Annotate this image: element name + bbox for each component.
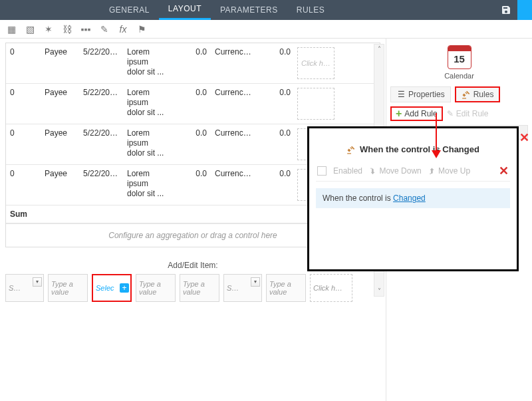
tab-rules[interactable]: RULES bbox=[287, 0, 334, 20]
tab-rules-panel[interactable]: Rules bbox=[455, 86, 501, 102]
fx-icon[interactable]: fx bbox=[117, 23, 129, 35]
plus-icon[interactable]: + bbox=[120, 283, 129, 293]
properties-icon: ☰ bbox=[396, 90, 406, 99]
tab-parameters[interactable]: PARAMETERS bbox=[211, 0, 287, 20]
calendar-label: Calendar bbox=[390, 72, 528, 80]
rule-editor-popover: When the control is Changed Enabled ⮯ Mo… bbox=[307, 126, 519, 271]
rule-event-link[interactable]: Changed bbox=[393, 194, 426, 203]
gavel-icon bbox=[462, 90, 471, 99]
save-button[interactable] bbox=[495, 0, 517, 20]
cell-date: 5/22/20… bbox=[79, 43, 123, 83]
add-rule-button[interactable]: + Add Rule bbox=[390, 106, 443, 121]
move-up-button: ⮭ Move Up bbox=[428, 166, 470, 176]
table-row[interactable]: 0 Payee 5/22/20… Lorem ipsum dolor sit .… bbox=[6, 84, 380, 124]
rule-condition-line[interactable]: When the control is Changed bbox=[316, 188, 510, 208]
calendar-control-preview: 15 Calendar bbox=[390, 45, 528, 80]
ae-select-1[interactable]: S… ▾ bbox=[5, 274, 44, 302]
ae-input-3[interactable]: Type a value bbox=[180, 274, 219, 302]
move-down-button: ⮯ Move Down bbox=[369, 166, 422, 176]
top-tabs-bar: GENERAL LAYOUT PARAMETERS RULES bbox=[0, 0, 532, 20]
tab-layout[interactable]: LAYOUT bbox=[159, 0, 211, 20]
flag-icon[interactable]: ⚑ bbox=[136, 23, 148, 35]
tab-properties[interactable]: ☰ Properties bbox=[390, 86, 451, 102]
enabled-checkbox[interactable] bbox=[317, 166, 327, 176]
link-icon[interactable]: ⛓ bbox=[61, 23, 73, 35]
close-icon[interactable]: ✕ bbox=[519, 130, 529, 145]
cell-amount: 0.0 bbox=[172, 43, 211, 83]
toolbox-icon[interactable]: ▦ bbox=[5, 23, 17, 35]
cell-currency: Currenc… bbox=[211, 43, 256, 83]
delete-rule-icon[interactable]: ✕ bbox=[499, 164, 509, 178]
ae-input-2[interactable]: Type a value bbox=[136, 274, 176, 302]
chevron-down-icon[interactable]: ▾ bbox=[33, 277, 42, 287]
cell-placeholder[interactable]: Click h… bbox=[295, 43, 337, 83]
plus-icon: + bbox=[396, 109, 402, 118]
cell-index: 0 bbox=[6, 43, 41, 83]
tab-general[interactable]: GENERAL bbox=[100, 0, 159, 20]
rule-toolbar: Enabled ⮯ Move Down ⮭ Move Up ✕ bbox=[316, 164, 510, 182]
ae-select-highlighted[interactable]: Selec + bbox=[92, 274, 132, 302]
edit-rule-button-disabled: ✎ Edit Rule bbox=[447, 109, 489, 118]
more-icon[interactable]: ▪▪▪ bbox=[80, 23, 92, 35]
scroll-up-icon[interactable]: ˄ bbox=[374, 45, 384, 54]
cell-amount2: 0.0 bbox=[256, 43, 295, 83]
cell-payee: Payee bbox=[41, 43, 79, 83]
ae-click-placeholder[interactable]: Click h… bbox=[310, 274, 352, 302]
cell-desc: Lorem ipsum dolor sit ... bbox=[123, 43, 172, 83]
enabled-label: Enabled bbox=[333, 166, 362, 176]
calendar-icon: 15 bbox=[448, 45, 471, 69]
calendar-day: 15 bbox=[448, 51, 471, 67]
annotation-arrow bbox=[436, 113, 437, 157]
layout-toolbar: ▦ ▧ ✶ ⛓ ▪▪▪ ✎ fx ⚑ bbox=[0, 20, 532, 39]
gear-icon[interactable]: ✶ bbox=[43, 23, 55, 35]
gavel-icon bbox=[346, 145, 356, 154]
pencil-icon: ✎ bbox=[447, 109, 454, 118]
scroll-down-icon[interactable]: ˅ bbox=[374, 287, 384, 296]
ae-input-4[interactable]: Type a value bbox=[266, 274, 306, 302]
ae-select-2[interactable]: S… ▾ bbox=[223, 274, 262, 302]
accent-strip[interactable] bbox=[517, 0, 532, 20]
click-placeholder[interactable]: Click h… bbox=[297, 47, 334, 79]
ae-input-1[interactable]: Type a value bbox=[48, 274, 88, 302]
chevron-down-icon[interactable]: ▾ bbox=[251, 277, 260, 287]
form-icon[interactable]: ▧ bbox=[24, 23, 36, 35]
rule-title: When the control is Changed bbox=[316, 144, 510, 154]
table-row[interactable]: 0 Payee 5/22/20… Lorem ipsum dolor sit .… bbox=[6, 43, 380, 84]
tools-icon[interactable]: ✎ bbox=[98, 23, 110, 35]
click-placeholder[interactable] bbox=[297, 88, 334, 120]
